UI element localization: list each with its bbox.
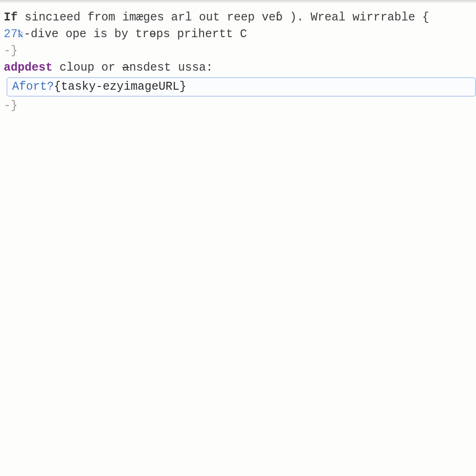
- template-variable: tasky-ezyimageURL: [61, 79, 179, 95]
- line1-text: sincıeed from imæges arl out reep veɓ ).…: [18, 11, 429, 24]
- brace-open: {: [54, 79, 61, 95]
- code-line-6[interactable]: -}: [4, 98, 476, 114]
- code-line-4[interactable]: adpdest cloup or ansdest ussa:: [4, 60, 476, 76]
- code-editor-area[interactable]: If sincıeed from imæges arl out reep veɓ…: [0, 6, 476, 114]
- brace-close: }: [179, 79, 186, 95]
- selected-code-line[interactable]: Afort? {tasky-ezyimageURL}: [7, 77, 476, 97]
- closing-brace-2: -}: [4, 99, 18, 112]
- line-number-27: 27ꝅ: [4, 27, 24, 41]
- keyword-adpdest: adpdest: [4, 61, 53, 74]
- line2-text: -dive ope is by trɵps prihertt C: [24, 27, 247, 41]
- code-line-2[interactable]: 27ꝅ-dive ope is by trɵps prihertt C: [4, 26, 476, 43]
- line4-mid: cloup or: [53, 61, 122, 74]
- line4-strike: a: [122, 61, 129, 74]
- keyword-if: If: [4, 11, 18, 24]
- code-line-1[interactable]: If sincıeed from imæges arl out reep veɓ…: [4, 9, 476, 26]
- line4-rest: nsdest ussa:: [129, 61, 213, 74]
- code-line-3[interactable]: -}: [4, 43, 476, 60]
- top-window-divider: [0, 0, 476, 3]
- closing-brace-1: -}: [4, 44, 18, 58]
- prompt-afort: Afort?: [12, 79, 54, 95]
